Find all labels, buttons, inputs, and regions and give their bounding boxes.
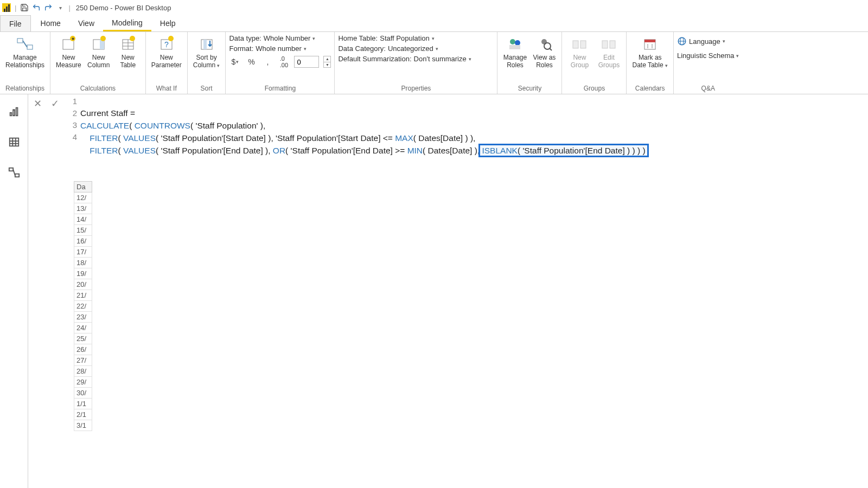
content-area: Date 1/06/ Da 12/13/14/15/16/17/18/19/20…: [0, 94, 868, 488]
table-row: 23/: [74, 312, 92, 323]
svg-text:★: ★: [71, 36, 75, 41]
table-row: 2/1: [74, 409, 92, 420]
svg-point-16: [168, 36, 174, 41]
table-row: 25/: [74, 333, 92, 344]
linguistic-schema-button[interactable]: Linguistic Schema ▾: [677, 52, 739, 60]
formula-bar: ✕ ✓ 1 2 3 4 Current Staff = CALCULATE( C…: [28, 94, 868, 181]
tab-home[interactable]: Home: [32, 15, 69, 31]
table-row: 1/1: [74, 399, 92, 409]
app-logo-icon: [2, 3, 11, 12]
svg-rect-25: [573, 41, 578, 48]
svg-rect-28: [610, 41, 615, 48]
table-row: 20/: [74, 279, 92, 290]
decimal-spinner[interactable]: ▲▼: [323, 56, 331, 68]
ribbon-group-security: Manage Roles View as Roles Security: [497, 32, 562, 94]
table-row: 16/: [74, 236, 92, 247]
svg-rect-21: [509, 45, 520, 49]
view-rail: [0, 94, 28, 488]
new-group-icon: [571, 35, 588, 53]
table-row: 17/: [74, 247, 92, 258]
table-row: 14/: [74, 214, 92, 225]
new-table-button[interactable]: New Table: [114, 33, 142, 69]
measure-icon: ★: [60, 35, 77, 53]
decimal-places-input[interactable]: [294, 56, 319, 68]
formula-commit-button[interactable]: ✓: [49, 98, 61, 110]
svg-rect-45: [15, 174, 18, 177]
window-title: 250 Demo - Power BI Desktop: [76, 4, 171, 12]
table-row: 15/: [74, 225, 92, 236]
new-parameter-button[interactable]: ? New Parameter: [149, 33, 184, 69]
table-row: 19/: [74, 268, 92, 279]
svg-rect-27: [602, 41, 608, 48]
titlebar: | ▾ | 250 Demo - Power BI Desktop: [0, 0, 868, 15]
report-view-icon[interactable]: [7, 104, 22, 119]
svg-rect-36: [10, 113, 11, 116]
manage-roles-button[interactable]: Manage Roles: [501, 33, 529, 69]
default-summarization-selector[interactable]: Default Summarization: Don't summarize ▾: [338, 55, 471, 63]
svg-rect-26: [580, 41, 586, 48]
table-row: 27/: [74, 355, 92, 366]
new-measure-button[interactable]: ★ New Measure: [54, 33, 84, 69]
svg-text:?: ?: [164, 40, 169, 49]
model-view-icon[interactable]: [7, 165, 22, 180]
svg-rect-30: [644, 40, 655, 42]
ribbon-group-qa: Language ▾ Linguistic Schema ▾ Q&A: [674, 32, 743, 94]
undo-icon[interactable]: [30, 2, 42, 14]
view-as-roles-button[interactable]: View as Roles: [530, 33, 558, 69]
globe-icon: [677, 36, 687, 46]
format-selector[interactable]: Format: Whole number ▾: [229, 44, 331, 53]
tab-file[interactable]: File: [0, 15, 31, 31]
data-type-selector[interactable]: Data type: Whole Number ▾: [229, 34, 331, 42]
relationships-icon: [16, 35, 34, 53]
view-roles-icon: [535, 35, 553, 53]
table-row: 3/1: [74, 420, 92, 431]
svg-rect-18: [203, 40, 207, 49]
edit-groups-icon: [600, 35, 617, 53]
roles-icon: [506, 35, 524, 53]
data-view-icon[interactable]: [7, 134, 22, 150]
svg-point-19: [510, 39, 515, 44]
new-column-button[interactable]: New Column: [85, 33, 113, 69]
table-row: 13/: [74, 203, 92, 214]
redo-icon[interactable]: [42, 2, 54, 14]
tab-modeling[interactable]: Modeling: [103, 15, 151, 31]
ribbon-group-relationships: Manage Relationships Relationships: [0, 32, 50, 94]
table-row: 12/: [74, 192, 92, 203]
thousands-button[interactable]: ,: [261, 56, 273, 68]
manage-relationships-button[interactable]: Manage Relationships: [3, 33, 47, 69]
table-row: 21/: [74, 290, 92, 301]
svg-line-2: [23, 41, 27, 47]
table-row: 28/: [74, 366, 92, 377]
language-button[interactable]: Language ▾: [677, 36, 739, 46]
svg-rect-0: [17, 38, 23, 43]
data-rows-fragment: Da 12/13/14/15/16/17/18/19/20/21/22/23/2…: [74, 181, 92, 431]
percent-button[interactable]: %: [245, 56, 257, 68]
tab-view[interactable]: View: [69, 15, 103, 31]
formula-editor[interactable]: Current Staff = CALCULATE( COUNTROWS( 'S…: [80, 94, 868, 181]
data-category-selector[interactable]: Data Category: Uncategorized ▾: [338, 44, 471, 53]
ribbon-group-whatif: ? New Parameter What If: [146, 32, 188, 94]
svg-rect-38: [16, 108, 17, 116]
home-table-selector[interactable]: Home Table: Staff Population ▾: [338, 34, 471, 42]
tab-help[interactable]: Help: [151, 15, 184, 31]
formula-gutter: 1 2 3 4: [64, 94, 80, 143]
svg-point-20: [515, 40, 520, 46]
ribbon-group-calculations: ★ New Measure New Column New Table Calcu…: [50, 32, 146, 94]
svg-rect-39: [9, 138, 18, 146]
menu-bar: File Home View Modeling Help: [0, 15, 868, 31]
parameter-icon: ?: [158, 35, 175, 53]
table-icon: [119, 35, 137, 53]
mark-date-table-button[interactable]: Mark as Date Table ▾: [630, 33, 670, 69]
ribbon: Manage Relationships Relationships ★ New…: [0, 31, 868, 94]
save-icon[interactable]: [18, 2, 30, 14]
ribbon-group-properties: Home Table: Staff Population ▾ Data Cate…: [335, 32, 497, 94]
new-group-button[interactable]: New Group: [565, 33, 593, 69]
edit-groups-button[interactable]: Edit Groups: [595, 33, 623, 69]
qat-dropdown-icon[interactable]: ▾: [54, 2, 66, 14]
formula-cancel-button[interactable]: ✕: [31, 98, 43, 110]
table-row: 22/: [74, 301, 92, 312]
svg-rect-37: [13, 110, 15, 115]
currency-button[interactable]: $▾: [229, 56, 241, 68]
table-row: 24/: [74, 323, 92, 333]
sort-by-column-button[interactable]: Sort by Column ▾: [191, 33, 222, 69]
